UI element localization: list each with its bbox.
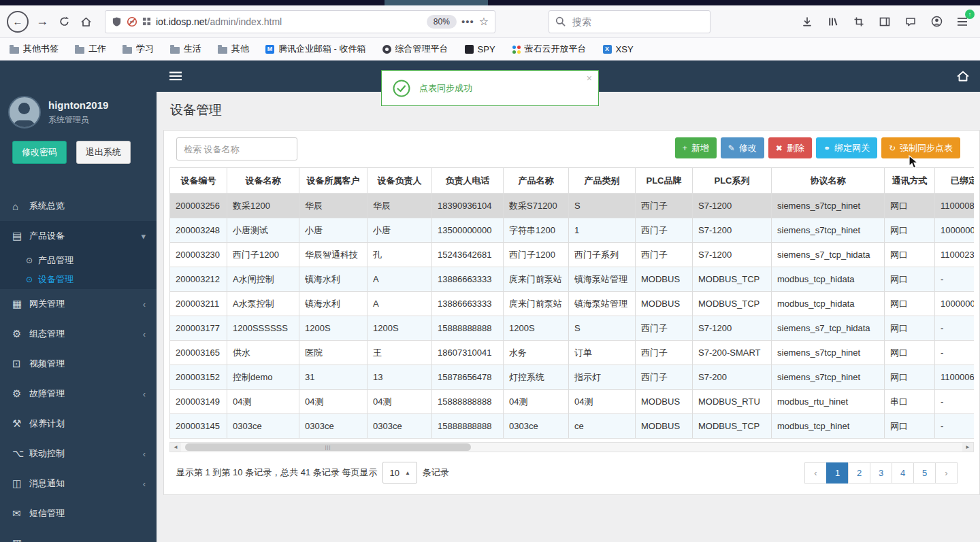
account-button[interactable] [927,12,946,31]
column-header[interactable]: 设备名称 [227,168,299,194]
column-header[interactable]: 协议名称 [772,168,885,194]
bookmark-item[interactable]: XXSY [603,44,634,54]
horizontal-scrollbar[interactable]: ◄ ||| ► [169,442,974,452]
table-row[interactable]: 20000314904测04测04测1588888888804测04测MODBU… [170,390,975,414]
column-header[interactable]: 产品类别 [569,168,636,194]
sidebar-group-gateway-management: ▦网关管理‹ [0,289,157,319]
column-header[interactable]: PLC品牌 [636,168,693,194]
table-cell: siemens_s7_tcp_hidata [772,316,885,341]
column-header[interactable]: 产品名称 [504,168,569,194]
scroll-right-icon[interactable]: ► [962,443,973,452]
table-row[interactable]: 200003248小唐测试小唐小唐13500000000字符串12001西门子S… [170,218,975,243]
device-search-input[interactable] [176,137,297,160]
sidebars-button[interactable] [875,12,894,31]
change-password-button[interactable]: 修改密码 [12,141,67,164]
next-page-button[interactable]: › [935,462,958,484]
back-button[interactable]: ← [7,11,29,33]
zoom-level-badge[interactable]: 80% [427,15,457,29]
url-bar[interactable]: iot.idosp.net/admin/index.html 80% ••• ☆ [105,10,495,33]
url-text[interactable]: iot.idosp.net/admin/index.html [156,16,422,27]
force-sync-button[interactable]: ↻强制同步点表 [881,137,960,158]
column-header[interactable]: 负责人电话 [432,168,504,194]
sidebar-item-product-device[interactable]: ▤产品设备▾ [0,221,157,251]
sidebar-item-message-notification[interactable]: ◫消息通知‹ [0,469,157,498]
column-header[interactable]: 设备编号 [170,168,227,194]
page-button-1[interactable]: 1 [826,462,849,484]
edit-button[interactable]: ✎修改 [721,137,764,158]
sidebar-subitem-device-management[interactable]: ⊙设备管理 [0,270,157,289]
table-row[interactable]: 200003230西门子1200华辰智通科技孔15243642681西门子120… [170,243,975,267]
bookmark-item[interactable]: 工作 [75,43,106,55]
shield-icon[interactable] [112,16,122,27]
bookmark-item[interactable]: M腾讯企业邮箱 - 收件箱 [265,43,366,55]
scroll-left-icon[interactable]: ◄ [170,443,181,452]
page-size-select[interactable]: 10 ▲ [382,462,416,484]
table-row[interactable]: 200003165供水医院王18607310041水务订单西门子S7-200-S… [170,341,975,365]
toast-close-icon[interactable]: × [587,73,592,84]
reload-button[interactable] [53,11,75,33]
table-cell: 15888888888 [432,390,504,414]
table-row[interactable]: 200003212A水闸控制镇海水利A13886663333庹来门前泵站镇海泵站… [170,267,975,292]
sidebar-subitem-product-management[interactable]: ⊙产品管理 [0,251,157,270]
table-cell: 西门子 [636,194,693,218]
bookmark-item[interactable]: 其他 [218,43,249,55]
forward-button[interactable]: → [31,11,53,33]
table-row[interactable]: 200003256数采1200华辰华辰18390936104数采S71200S西… [170,194,975,218]
sidebar-item-label: 组态管理 [29,328,65,340]
column-header[interactable]: PLC系列 [693,168,772,194]
avatar[interactable] [8,96,41,129]
blocked-permission-icon[interactable] [127,16,137,27]
page-actions-icon[interactable]: ••• [461,16,474,27]
scrollbar-track[interactable]: ||| [181,443,962,452]
page-button-4[interactable]: 4 [892,462,914,484]
browser-search-input[interactable] [571,16,704,28]
table-cell: 华辰智通科技 [299,243,368,267]
sidebar-item-scada-management[interactable]: ⚙组态管理‹ [0,319,157,349]
bookmark-item[interactable]: 生活 [170,43,201,55]
sidebar-toggle-button[interactable] [169,71,182,81]
messages-button[interactable] [901,12,920,31]
browser-search-bar[interactable] [549,10,710,33]
column-header[interactable]: 已绑定网关 [935,168,975,194]
table-row[interactable]: 200003211A水泵控制镇海水利A13886663333庹来门前泵站镇海泵站… [170,292,975,316]
table-row[interactable]: 200003152控制demo311315878656478灯控系统指示灯西门子… [170,365,975,390]
bookmark-item[interactable]: 学习 [122,43,154,55]
bind-gateway-button[interactable]: ⚭绑定网关 [816,137,877,158]
site-permissions-icon[interactable] [142,17,151,26]
logout-button[interactable]: 退出系统 [76,141,131,164]
column-header[interactable]: 通讯方式 [885,168,935,194]
page-button-5[interactable]: 5 [913,462,936,484]
downloads-button[interactable] [798,12,817,31]
toast-notification: 点表同步成功 × [381,70,599,106]
bookmark-item[interactable]: 萤石云开放平台 [512,43,587,55]
bookmark-item[interactable]: 其他书签 [10,43,59,55]
column-header[interactable]: 设备负责人 [368,168,432,194]
scrollbar-thumb[interactable]: ||| [185,443,471,451]
bookmark-item[interactable]: SPY [465,44,495,54]
page-button-2[interactable]: 2 [848,462,870,484]
bookmark-item[interactable]: 综合管理平台 [382,43,448,55]
table-row[interactable]: 2000031450303ce0303ce0303ce1588888888803… [170,414,975,439]
app-home-button[interactable] [956,70,970,82]
sidebar-item-fault-management[interactable]: ⚙故障管理‹ [0,379,157,409]
sidebar-item-clipped-item[interactable]: ▥ [0,528,157,542]
browser-tab[interactable] [385,0,488,5]
add-button[interactable]: +新增 [675,137,717,158]
library-button[interactable] [823,12,843,31]
app-menu-button[interactable]: ↑ [953,12,972,31]
home-button[interactable] [75,11,97,33]
sidebar-item-maintenance-plan[interactable]: ⚒保养计划 [0,409,157,439]
sidebar-item-label: 消息通知 [29,477,65,490]
sidebar-item-linkage-control[interactable]: ⌥联动控制‹ [0,439,157,469]
column-header[interactable]: 设备所属客户 [299,168,368,194]
delete-button[interactable]: ✖删除 [768,137,812,158]
sidebar-item-system-overview[interactable]: ⌂系统总览 [0,191,157,221]
bookmark-star-icon[interactable]: ☆ [479,15,489,28]
sidebar-item-video-management[interactable]: ⊡视频管理 [0,349,157,379]
sidebar-item-gateway-management[interactable]: ▦网关管理‹ [0,289,157,319]
table-row[interactable]: 2000031771200SSSSSS1200S1200S15888888888… [170,316,975,341]
sidebar-item-sms-management[interactable]: ✉短信管理 [0,498,157,528]
page-button-3[interactable]: 3 [870,462,892,484]
screenshot-button[interactable] [849,12,868,31]
prev-page-button[interactable]: ‹ [804,462,827,484]
